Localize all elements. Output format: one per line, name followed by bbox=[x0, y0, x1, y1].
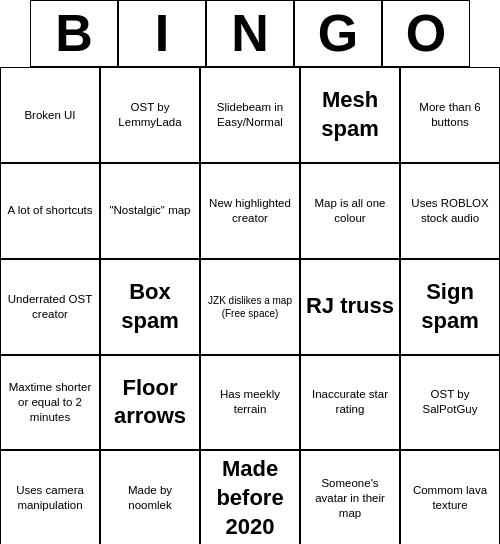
cell-20: Uses camera manipulation bbox=[0, 450, 100, 544]
cell-11: Box spam bbox=[100, 259, 200, 355]
header-letter-N: N bbox=[206, 0, 294, 67]
cell-22: Made before 2020 bbox=[200, 450, 300, 544]
cell-17: Has meekly terrain bbox=[200, 355, 300, 451]
cell-2: Slidebeam in Easy/Normal bbox=[200, 67, 300, 163]
cell-6: "Nostalgic" map bbox=[100, 163, 200, 259]
cell-15: Maxtime shorter or equal to 2 minutes bbox=[0, 355, 100, 451]
cell-24: Commom lava texture bbox=[400, 450, 500, 544]
cell-23: Someone's avatar in their map bbox=[300, 450, 400, 544]
cell-4: More than 6 buttons bbox=[400, 67, 500, 163]
bingo-header: BINGO bbox=[0, 0, 500, 67]
cell-21: Made by noomlek bbox=[100, 450, 200, 544]
cell-10: Underrated OST creator bbox=[0, 259, 100, 355]
cell-16: Floor arrows bbox=[100, 355, 200, 451]
header-letter-I: I bbox=[118, 0, 206, 67]
cell-0: Broken UI bbox=[0, 67, 100, 163]
header-letter-G: G bbox=[294, 0, 382, 67]
header-letter-B: B bbox=[30, 0, 118, 67]
bingo-grid: Broken UIOST by LemmyLadaSlidebeam in Ea… bbox=[0, 67, 500, 544]
cell-13: RJ truss bbox=[300, 259, 400, 355]
cell-14: Sign spam bbox=[400, 259, 500, 355]
cell-3: Mesh spam bbox=[300, 67, 400, 163]
cell-8: Map is all one colour bbox=[300, 163, 400, 259]
cell-19: OST by SalPotGuy bbox=[400, 355, 500, 451]
header-letter-O: O bbox=[382, 0, 470, 67]
cell-5: A lot of shortcuts bbox=[0, 163, 100, 259]
cell-12: JZK dislikes a map (Free space) bbox=[200, 259, 300, 355]
cell-7: New highlighted creator bbox=[200, 163, 300, 259]
cell-18: Inaccurate star rating bbox=[300, 355, 400, 451]
cell-1: OST by LemmyLada bbox=[100, 67, 200, 163]
cell-9: Uses ROBLOX stock audio bbox=[400, 163, 500, 259]
